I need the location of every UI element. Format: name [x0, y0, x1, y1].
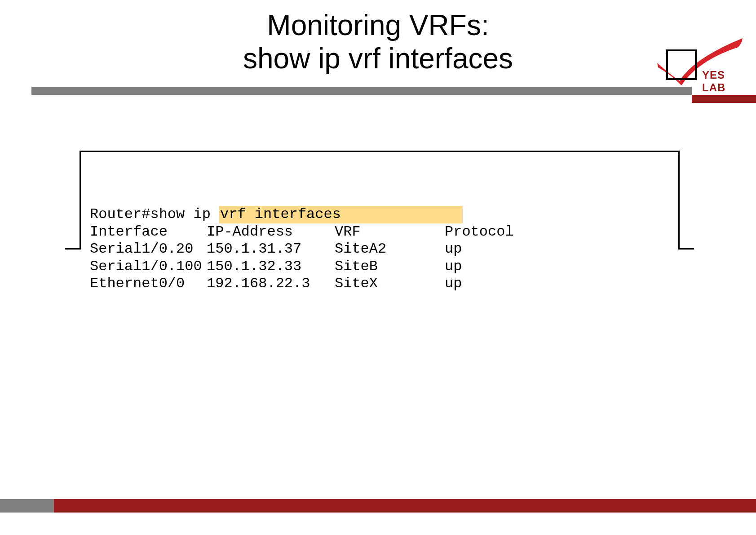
- header-protocol: Protocol: [445, 223, 514, 241]
- cli-prompt: Router#show ip: [90, 206, 219, 223]
- header-divider: [31, 87, 756, 95]
- cell-vrf: SiteX: [335, 275, 445, 292]
- cell-ip: 150.1.32.33: [207, 258, 335, 275]
- cell-protocol: up: [445, 241, 462, 258]
- cell-interface: Ethernet0/0: [90, 275, 207, 292]
- cell-interface: Serial1/0.100: [90, 258, 207, 275]
- cell-vrf: SiteA2: [335, 241, 445, 258]
- header-vrf: VRF: [335, 223, 445, 241]
- header-ip: IP-Address: [207, 223, 335, 241]
- logo-box-icon: [666, 49, 697, 80]
- gray-bar: [31, 87, 692, 95]
- footer-divider: [0, 499, 756, 513]
- footer-red-bar: [54, 499, 756, 513]
- footer-gray-bar: [0, 499, 54, 513]
- cell-protocol: up: [445, 275, 462, 292]
- header-interface: Interface: [90, 223, 207, 241]
- cell-ip: 192.168.22.3: [207, 275, 335, 292]
- logo: YES LAB: [635, 31, 752, 94]
- cli-text-block: Router#show ip vrf interfaces InterfaceI…: [90, 189, 514, 292]
- red-bar: [692, 95, 756, 103]
- cell-interface: Serial1/0.20: [90, 241, 207, 258]
- cell-vrf: SiteB: [335, 258, 445, 275]
- cli-highlight: vrf interfaces: [219, 206, 463, 223]
- table-row: Ethernet0/0192.168.22.3SiteXup: [90, 275, 462, 292]
- table-row: Serial1/0.100150.1.32.33SiteBup: [90, 258, 462, 275]
- cell-ip: 150.1.31.37: [207, 241, 335, 258]
- cell-protocol: up: [445, 258, 462, 275]
- table-row: Serial1/0.20150.1.31.37SiteA2up: [90, 241, 462, 258]
- cli-output: Router#show ip vrf interfaces InterfaceI…: [65, 151, 694, 252]
